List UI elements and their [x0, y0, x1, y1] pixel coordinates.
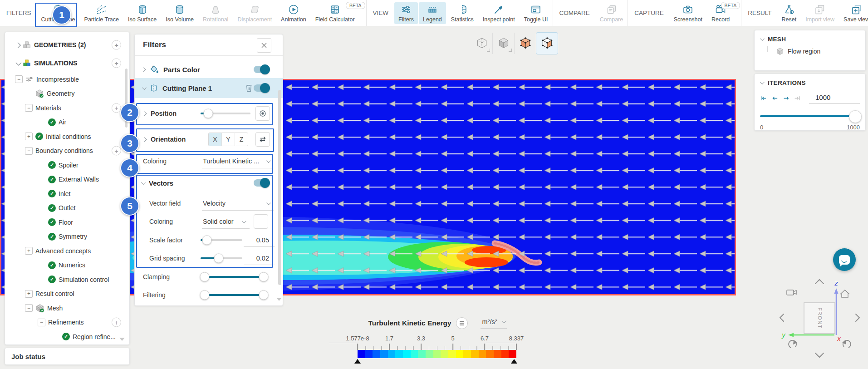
tree-item-result-control[interactable]: Result control [5, 287, 129, 301]
position-pick-point-button[interactable] [255, 106, 270, 121]
toggle-ui-button[interactable]: Toggle UI [520, 2, 552, 24]
render-mode-solid-button[interactable] [492, 33, 514, 54]
tree-item-external-walls[interactable]: External Walls [5, 172, 129, 187]
vector-coloring-dropdown[interactable]: Solid color [203, 218, 234, 225]
clamping-max-handle[interactable] [259, 272, 269, 282]
scale-factor-slider[interactable] [201, 239, 242, 241]
filters-panel-scroll-down-indicator[interactable] [277, 298, 281, 301]
legend-unit-dropdown[interactable]: m²/s² [481, 318, 507, 329]
tree-item-region-refinement[interactable]: Region refine... [5, 330, 129, 344]
filtering-range-slider[interactable] [204, 294, 265, 296]
chevron-right-icon[interactable] [142, 67, 146, 72]
cutting-plane-1-row[interactable]: Cutting Plane 1 [135, 78, 283, 98]
tree-item-simulation-control[interactable]: Simulation control [5, 272, 129, 287]
tree-item-materials[interactable]: Materials + [5, 101, 129, 115]
vector-color-swatch[interactable] [254, 214, 268, 229]
rotate-right-chevron[interactable] [856, 314, 859, 321]
scale-factor-slider-handle[interactable] [202, 236, 212, 245]
tree-item-simulations[interactable]: SIMULATIONS + [5, 54, 129, 72]
legend-max-handle[interactable] [511, 359, 517, 364]
iso-volume-button[interactable]: Iso Volume [162, 2, 198, 24]
chevron-right-icon[interactable] [142, 111, 147, 116]
support-chat-button[interactable] [833, 248, 856, 271]
delete-icon[interactable] [245, 84, 253, 92]
import-view-button[interactable]: Import view [801, 2, 839, 24]
rotate-cw-icon[interactable] [842, 340, 851, 348]
render-mode-wireframe-button[interactable] [471, 33, 492, 54]
chevron-down-icon[interactable] [266, 201, 271, 205]
collapse-icon[interactable] [38, 319, 45, 326]
axis-x-button[interactable]: X [209, 133, 221, 146]
legend-min-handle[interactable] [354, 359, 361, 364]
add-refinement-button[interactable]: + [112, 318, 121, 327]
chevron-down-icon[interactable] [142, 85, 147, 90]
first-iteration-icon[interactable] [760, 95, 767, 102]
vector-field-dropdown[interactable]: Velocity [203, 200, 226, 207]
statistics-button[interactable]: Statistics [447, 2, 478, 24]
iteration-slider-handle[interactable] [849, 110, 862, 123]
render-mode-surfaces-edges-button[interactable] [514, 33, 536, 54]
iteration-slider[interactable] [760, 111, 860, 121]
coloring-dropdown[interactable]: Turbulent Kinetic ... [203, 157, 259, 165]
tree-item-air[interactable]: Air [5, 115, 129, 130]
legend-menu-button[interactable] [456, 317, 468, 329]
parts-color-row[interactable]: Parts Color [135, 62, 283, 77]
tree-item-geometries[interactable]: GEOMETRIES (2) + [5, 36, 129, 54]
iterations-panel-header[interactable]: ITERATIONS [755, 74, 865, 90]
reset-button[interactable]: Reset [778, 2, 801, 24]
add-simulation-button[interactable]: + [112, 59, 121, 68]
chevron-down-icon[interactable] [242, 219, 246, 223]
vectors-toggle[interactable] [254, 179, 269, 187]
close-button[interactable] [257, 38, 271, 53]
add-geometry-button[interactable]: + [112, 40, 121, 50]
tree-scroll-down-indicator[interactable] [119, 338, 125, 341]
render-mode-surfaces-button[interactable] [536, 32, 558, 54]
filters-panel-scrollbar-thumb[interactable] [278, 90, 281, 285]
record-button[interactable]: BETA Record [707, 2, 734, 24]
animation-button[interactable]: Animation [277, 2, 310, 24]
field-calculator-button[interactable]: BETA Field Calculator [311, 2, 359, 24]
compare-button[interactable]: Compare [596, 2, 627, 24]
tree-item-geometry[interactable]: Geometry [5, 87, 129, 101]
screenshot-button[interactable]: Screenshot [670, 2, 706, 24]
iteration-value-field[interactable]: 1000 [809, 93, 860, 104]
chevron-down-icon[interactable] [16, 59, 22, 65]
cutting-plane-1-toggle[interactable] [254, 84, 269, 92]
tick-label[interactable]: 1.577e-8 [346, 335, 369, 342]
parts-color-toggle[interactable] [254, 66, 269, 73]
iso-surface-button[interactable]: Iso Surface [124, 2, 161, 24]
clamping-min-handle[interactable] [200, 272, 210, 282]
tree-item-outlet[interactable]: Outlet [5, 201, 129, 216]
expand-icon[interactable] [25, 247, 33, 255]
collapse-icon[interactable] [25, 147, 33, 155]
tree-item-spoiler[interactable]: Spoiler [5, 158, 129, 172]
grid-spacing-slider[interactable] [201, 257, 242, 259]
tree-item-initial-conditions[interactable]: Initial conditions [5, 129, 129, 144]
add-boundary-condition-button[interactable]: + [112, 146, 121, 156]
legend-colorbar[interactable] [358, 350, 516, 358]
chevron-down-icon[interactable] [760, 36, 765, 41]
filtering-min-handle[interactable] [200, 290, 210, 300]
chevron-down-icon[interactable] [141, 180, 146, 185]
expand-icon[interactable] [25, 290, 33, 298]
tree-item-symmetry[interactable]: Symmetry [5, 230, 129, 244]
last-iteration-icon[interactable] [794, 95, 801, 102]
legend-toggle-button[interactable]: Legend [419, 2, 446, 24]
tree-item-mesh[interactable]: Mesh [5, 301, 129, 315]
tree-item-inlet[interactable]: Inlet [5, 187, 129, 201]
tree-item-advanced-concepts[interactable]: Advanced concepts [5, 244, 129, 258]
filtering-max-handle[interactable] [259, 290, 269, 300]
previous-iteration-icon[interactable] [771, 95, 779, 102]
position-slider[interactable] [201, 113, 250, 114]
displacement-button[interactable]: Displacement [233, 2, 276, 24]
particle-trace-button[interactable]: Particle Trace [80, 2, 123, 24]
filters-toggle-button[interactable]: Filters [394, 2, 418, 24]
rotate-down-chevron[interactable] [815, 353, 824, 357]
grid-spacing-value[interactable]: 0.02 [256, 255, 269, 262]
tick-label[interactable]: 8.337 [509, 335, 524, 342]
collapse-icon[interactable] [25, 104, 33, 112]
collapse-icon[interactable] [15, 75, 23, 83]
rotate-up-chevron[interactable] [815, 280, 824, 284]
axis-z-button[interactable]: Z [235, 133, 248, 146]
inspect-point-button[interactable]: Inspect point [479, 2, 519, 24]
